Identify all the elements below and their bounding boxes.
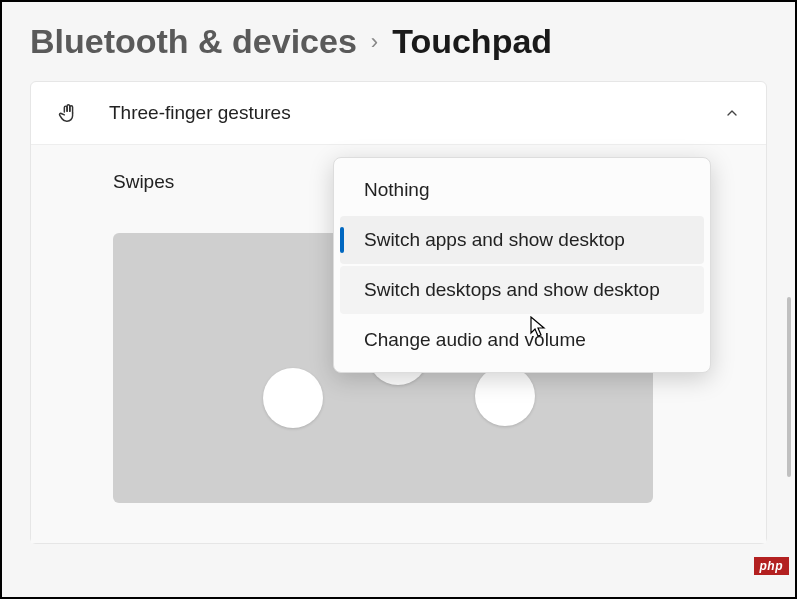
- breadcrumb-parent[interactable]: Bluetooth & devices: [30, 22, 357, 61]
- dropdown-item-switch-apps[interactable]: Switch apps and show desktop: [340, 216, 704, 264]
- dropdown-item-nothing[interactable]: Nothing: [340, 166, 704, 214]
- finger-dot: [263, 368, 323, 428]
- dropdown-item-switch-desktops[interactable]: Switch desktops and show desktop: [340, 266, 704, 314]
- chevron-right-icon: ›: [371, 29, 378, 55]
- panel-title: Three-finger gestures: [109, 102, 724, 124]
- chevron-up-icon: [724, 105, 740, 121]
- dropdown-item-change-audio[interactable]: Change audio and volume: [340, 316, 704, 364]
- breadcrumb: Bluetooth & devices › Touchpad: [30, 22, 767, 61]
- breadcrumb-current: Touchpad: [392, 22, 552, 61]
- scrollbar[interactable]: [787, 297, 791, 477]
- swipes-dropdown[interactable]: Nothing Switch apps and show desktop Swi…: [333, 157, 711, 373]
- hand-icon: [57, 102, 79, 124]
- watermark: php: [754, 557, 790, 575]
- panel-header[interactable]: Three-finger gestures: [31, 82, 766, 145]
- finger-dot: [475, 366, 535, 426]
